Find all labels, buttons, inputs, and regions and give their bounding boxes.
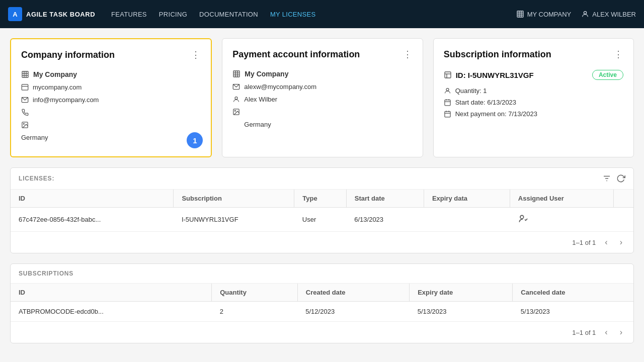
subscriptions-section: SUBSCRIPTIONS ID Quantity Created date E…: [10, 263, 634, 343]
svg-point-28: [446, 88, 449, 91]
nav-pricing[interactable]: PRICING: [159, 11, 187, 18]
payment-user-icon: [232, 96, 240, 103]
sub-col-expiry-date: Expiry date: [410, 284, 513, 302]
subscriptions-table: ID Quantity Created date Expiry date Can…: [11, 284, 633, 321]
sub-next-payment-row: Next payment on: 7/13/2023: [444, 110, 623, 118]
table-row: ATBPROMOCODE-edcd0b... 2 5/12/2023 5/13/…: [11, 302, 633, 322]
user-nav[interactable]: ALEX WILBER: [581, 10, 636, 18]
subscription-next-payment: Next payment on: 7/13/2023: [455, 110, 537, 118]
refresh-icon[interactable]: [616, 174, 625, 183]
payment-user-name: Alex Wilber: [244, 96, 277, 103]
subscription-card-title: Subscription information: [444, 49, 551, 60]
payment-company-name: My Company: [245, 70, 288, 78]
licenses-table: ID Subscription Type Start date Expiry d…: [11, 190, 633, 231]
image-icon: [21, 121, 29, 129]
license-id: 67c472ee-0856-432f-babc...: [11, 208, 174, 232]
subscription-card: Subscription information ⋮ ID: I-5UNWYRL…: [433, 38, 634, 157]
payment-email: alexw@mycompany.com: [244, 83, 316, 90]
payment-card: Payment account information ⋮ My Company…: [222, 38, 423, 157]
licenses-next-button[interactable]: ›: [617, 237, 625, 248]
user-label: ALEX WILBER: [592, 11, 636, 18]
col-actions: [613, 190, 633, 208]
svg-rect-29: [445, 100, 450, 106]
nav-links: FEATURES PRICING DOCUMENTATION MY LICENS…: [111, 11, 516, 18]
payment-card-title: Payment account information: [232, 49, 360, 60]
payment-building-icon: [232, 70, 240, 78]
licenses-table-body: 67c472ee-0856-432f-babc... I-5UNWYRL31VG…: [11, 208, 633, 232]
payment-user-row: Alex Wilber: [232, 96, 412, 103]
licenses-prev-button[interactable]: ‹: [602, 237, 610, 248]
license-expiry-date: [424, 208, 510, 232]
subscriptions-table-body: ATBPROMOCODE-edcd0b... 2 5/12/2023 5/13/…: [11, 302, 633, 322]
sub-quantity-row: Quantity: 1: [444, 87, 623, 95]
brand[interactable]: A AGILE TASK BOARD: [8, 7, 95, 21]
license-row-actions: [613, 208, 633, 232]
company-name: My Company: [33, 70, 77, 78]
license-type: User: [294, 208, 346, 232]
licenses-table-footer: 1–1 of 1 ‹ ›: [11, 231, 633, 253]
nav-my-licenses[interactable]: MY LICENSES: [270, 11, 315, 18]
payment-company-row: My Company: [232, 70, 412, 78]
sub-col-quantity: Quantity: [212, 284, 298, 302]
company-website-row: mycompany.com: [21, 83, 201, 91]
company-email: info@mycompany.com: [33, 96, 99, 104]
company-website: mycompany.com: [33, 83, 82, 91]
payment-card-body: My Company alexw@mycompany.com Alex Wilb…: [232, 70, 412, 128]
calendar2-icon: [444, 110, 451, 118]
payment-email-row: alexw@mycompany.com: [232, 83, 412, 90]
nav-features[interactable]: FEATURES: [111, 11, 147, 18]
svg-rect-33: [445, 112, 450, 117]
svg-rect-25: [445, 72, 451, 78]
subscriptions-pagination-info: 1–1 of 1: [572, 329, 596, 336]
subscription-status-badge: Active: [592, 70, 623, 80]
payment-mail-icon: [232, 83, 240, 90]
sub-id-icon: [444, 71, 452, 79]
subscriptions-table-header: ID Quantity Created date Expiry date Can…: [11, 284, 633, 302]
col-assigned-user: Assigned User: [510, 190, 613, 208]
svg-point-5: [584, 12, 587, 14]
payment-card-menu[interactable]: ⋮: [403, 49, 413, 60]
license-subscription: I-5UNWYRL31VGF: [174, 208, 294, 232]
company-phone-row: [21, 109, 201, 116]
col-subscription: Subscription: [174, 190, 294, 208]
licenses-section-actions: [602, 174, 625, 183]
my-company-nav[interactable]: MY COMPANY: [516, 10, 572, 18]
filter-icon[interactable]: [602, 174, 611, 183]
assign-user-icon[interactable]: [518, 214, 528, 224]
company-card-header: Company information ⋮: [21, 49, 201, 60]
payment-country-row: Germany: [232, 121, 412, 128]
company-image-row: [21, 121, 201, 129]
subscription-quantity: Quantity: 1: [455, 87, 487, 95]
svg-rect-6: [22, 71, 28, 77]
company-card-body: My Company mycompany.com info@mycompany.…: [21, 70, 201, 141]
subscription-card-menu[interactable]: ⋮: [614, 49, 623, 60]
sub-row-canceled-date: 5/13/2023: [513, 302, 633, 322]
licenses-table-header: ID Subscription Type Start date Expiry d…: [11, 190, 633, 208]
svg-rect-0: [517, 11, 523, 17]
company-card-menu[interactable]: ⋮: [191, 49, 201, 60]
sub-row-quantity: 2: [212, 302, 298, 322]
subscription-card-body: ID: I-5UNWYRL31VGF Active Quantity: 1 St…: [444, 70, 623, 118]
sub-row-expiry-date: 5/13/2023: [410, 302, 513, 322]
company-email-row: info@mycompany.com: [21, 96, 201, 104]
mail-icon: [21, 96, 29, 104]
sub-col-id: ID: [11, 284, 212, 302]
svg-point-22: [235, 97, 237, 100]
navbar-right: MY COMPANY ALEX WILBER: [516, 10, 636, 18]
svg-point-24: [235, 110, 236, 111]
my-company-label: MY COMPANY: [527, 11, 572, 18]
nav-documentation[interactable]: DOCUMENTATION: [199, 11, 258, 18]
subscriptions-section-header: SUBSCRIPTIONS: [11, 264, 633, 284]
company-card: Company information ⋮ My Company mycompa…: [10, 38, 212, 157]
licenses-section-header: LICENSES:: [11, 168, 633, 190]
sub-start-date-row: Start date: 6/13/2023: [444, 99, 623, 106]
svg-point-15: [23, 123, 24, 124]
subscriptions-next-button[interactable]: ›: [617, 327, 625, 338]
notification-badge: 1: [187, 132, 203, 148]
sub-row-created-date: 5/12/2023: [297, 302, 409, 322]
subscriptions-prev-button[interactable]: ‹: [602, 327, 610, 338]
sub-row-id: ATBPROMOCODE-edcd0b...: [11, 302, 212, 322]
company-country-row: Germany: [21, 134, 201, 141]
company-country: Germany: [21, 134, 48, 141]
navbar: A AGILE TASK BOARD FEATURES PRICING DOCU…: [0, 0, 644, 28]
